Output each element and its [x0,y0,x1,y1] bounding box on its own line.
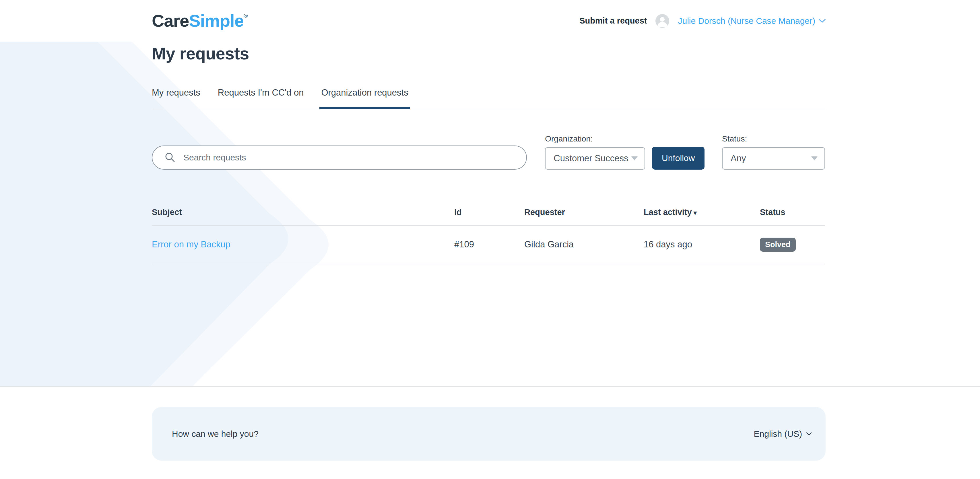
chevron-down-icon [819,19,826,23]
organization-selected-value: Customer Success [554,153,628,164]
caret-down-icon [811,156,818,161]
submit-request-link[interactable]: Submit a request [579,16,647,25]
request-last-activity: 16 days ago [644,239,760,250]
caret-down-icon [632,156,638,161]
footer-help-bar: How can we help you? English (US) [152,407,826,461]
tab-my-requests[interactable]: My requests [152,88,200,109]
request-requester: Gilda Garcia [524,239,644,250]
search-box [152,145,527,170]
section-divider [0,386,980,387]
requests-table: Subject Id Requester Last activity▾ Stat… [152,207,825,264]
status-label: Status: [722,134,825,143]
chevron-down-icon [806,432,812,436]
user-menu[interactable]: Julie Dorsch (Nurse Case Manager) [678,16,826,26]
organization-select[interactable]: Customer Success [545,147,645,170]
search-input[interactable] [183,153,518,163]
organization-label: Organization: [545,134,645,143]
status-badge: Solved [760,238,796,252]
avatar[interactable] [655,14,669,28]
filter-row: Organization: Customer Success Unfollow … [152,134,825,170]
top-bar: CareSimple® Submit a request Julie Dorsc… [0,0,980,41]
page-title: My requests [152,45,825,63]
column-header-status: Status [760,207,825,217]
sort-descending-icon: ▾ [694,209,697,216]
column-header-subject: Subject [152,207,454,217]
tab-requests-ccd-on[interactable]: Requests I'm CC'd on [218,88,304,109]
registered-mark: ® [243,13,247,18]
table-header-row: Subject Id Requester Last activity▾ Stat… [152,207,825,226]
user-icon [655,14,669,28]
column-header-last-activity[interactable]: Last activity▾ [644,207,760,217]
language-label: English (US) [754,429,802,439]
request-id: #109 [454,239,524,250]
status-filter: Status: Any [722,134,825,170]
status-selected-value: Any [730,153,746,164]
organization-filter: Organization: Customer Success [545,134,645,170]
search-icon [164,152,176,163]
footer-help-text: How can we help you? [172,429,259,439]
request-subject-link[interactable]: Error on my Backup [152,239,454,250]
language-picker[interactable]: English (US) [754,429,812,439]
logo-text-simple: Simple [189,12,243,30]
logo-text-care: Care [152,12,189,30]
user-name: Julie Dorsch (Nurse Case Manager) [678,16,815,26]
column-header-requester: Requester [524,207,644,217]
caresimple-logo[interactable]: CareSimple® [152,12,247,30]
tabs-bar: My requests Requests I'm CC'd on Organiz… [152,88,825,109]
main-content: My requests My requests Requests I'm CC'… [152,41,825,264]
table-row[interactable]: Error on my Backup #109 Gilda Garcia 16 … [152,226,825,264]
tab-organization-requests[interactable]: Organization requests [321,88,408,109]
header-actions: Submit a request Julie Dorsch (Nurse Cas… [579,14,826,28]
status-select[interactable]: Any [722,147,825,170]
column-header-id: Id [454,207,524,217]
unfollow-button[interactable]: Unfollow [652,146,705,170]
